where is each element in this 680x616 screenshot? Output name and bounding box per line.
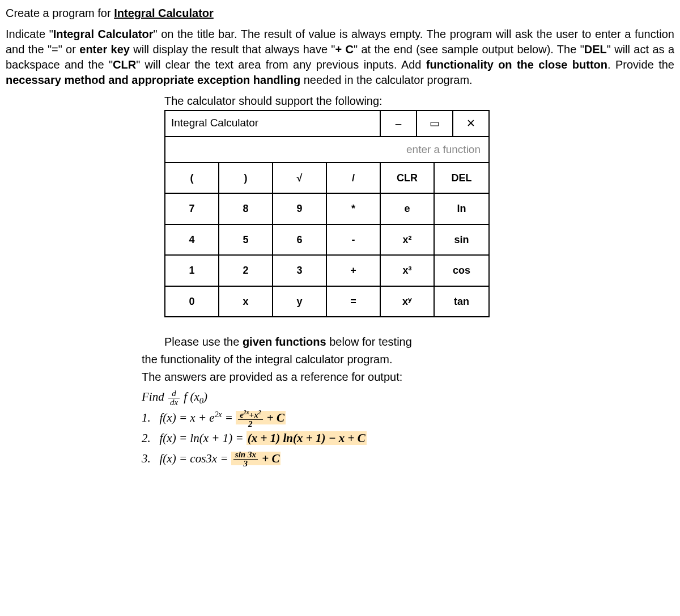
key-y[interactable]: y — [273, 287, 327, 316]
key-zero[interactable]: 0 — [165, 287, 219, 316]
key-nine[interactable]: 9 — [273, 194, 327, 224]
key-xsquared[interactable]: x² — [381, 225, 435, 256]
key-equals[interactable]: = — [327, 287, 381, 316]
close-button[interactable]: ✕ — [452, 111, 488, 136]
key-two[interactable]: 2 — [219, 256, 273, 286]
function-input[interactable]: enter a function — [165, 137, 488, 163]
keypad: ()√/CLRDEL789*eln456-x²sin123+x³cos0xy=x… — [165, 163, 488, 316]
example-2: 2. f(x) = ln(x + 1) = (x + 1) ln(x + 1) … — [142, 428, 538, 449]
key-rparen[interactable]: ) — [219, 163, 273, 194]
key-minus[interactable]: - — [327, 225, 381, 256]
example-3: 3. f(x) = cos3x = sin 3x3 + C — [142, 449, 538, 469]
calculator-window: Integral Calculator – ▭ ✕ enter a functi… — [164, 110, 490, 317]
minimize-button[interactable]: – — [380, 111, 416, 136]
key-five[interactable]: 5 — [219, 225, 273, 256]
example-1: 1. f(x) = x + e2x = e2x+x22 + C — [142, 408, 538, 428]
key-sqrt[interactable]: √ — [273, 163, 327, 194]
key-seven[interactable]: 7 — [165, 194, 219, 224]
maximize-button[interactable]: ▭ — [416, 111, 452, 136]
key-six[interactable]: 6 — [273, 225, 327, 256]
heading-title: Integral Calculator — [114, 7, 214, 19]
titlebar: Integral Calculator – ▭ ✕ — [165, 111, 488, 137]
window-title: Integral Calculator — [165, 111, 380, 136]
key-clr[interactable]: CLR — [381, 163, 435, 194]
key-xcubed[interactable]: x³ — [381, 256, 435, 286]
key-plus[interactable]: + — [327, 256, 381, 286]
page-heading: Create a program for Integral Calculator — [6, 6, 674, 21]
calc-caption: The calculator should support the follow… — [164, 94, 516, 109]
find-expression: Find ddx f (x0) — [142, 387, 538, 408]
key-four[interactable]: 4 — [165, 225, 219, 256]
key-del[interactable]: DEL — [435, 163, 488, 194]
key-lparen[interactable]: ( — [165, 163, 219, 194]
heading-prefix: Create a program for — [6, 7, 114, 19]
key-x[interactable]: x — [219, 287, 273, 316]
key-three[interactable]: 3 — [273, 256, 327, 286]
key-sin[interactable]: sin — [435, 225, 488, 256]
key-ln[interactable]: ln — [435, 194, 488, 224]
key-eight[interactable]: 8 — [219, 194, 273, 224]
key-e[interactable]: e — [381, 194, 435, 224]
key-tan[interactable]: tan — [435, 287, 488, 316]
key-xpowy[interactable]: xʸ — [381, 287, 435, 316]
key-multiply[interactable]: * — [327, 194, 381, 224]
key-cos[interactable]: cos — [435, 256, 488, 286]
key-one[interactable]: 1 — [165, 256, 219, 286]
instructions-paragraph: Indicate "Integral Calculator" on the ti… — [6, 27, 674, 88]
key-divide[interactable]: / — [327, 163, 381, 194]
test-functions-block: Please use the given functions below for… — [142, 334, 538, 469]
